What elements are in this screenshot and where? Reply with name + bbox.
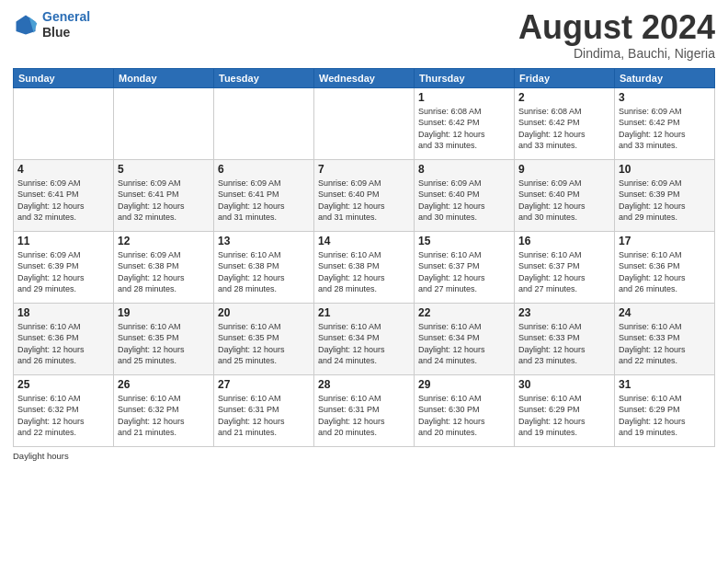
day-info: Sunrise: 6:08 AM Sunset: 6:42 PM Dayligh… [518, 106, 610, 152]
logo-line1: General [42, 9, 90, 24]
day-number: 26 [118, 378, 210, 391]
day-number: 6 [218, 163, 310, 176]
calendar-cell: 19Sunrise: 6:10 AM Sunset: 6:35 PM Dayli… [114, 303, 214, 374]
day-number: 17 [619, 235, 711, 247]
day-number: 24 [619, 306, 711, 319]
day-info: Sunrise: 6:09 AM Sunset: 6:39 PM Dayligh… [619, 178, 711, 224]
day-info: Sunrise: 6:10 AM Sunset: 6:29 PM Dayligh… [619, 393, 711, 439]
calendar-cell: 18Sunrise: 6:10 AM Sunset: 6:36 PM Dayli… [14, 303, 114, 374]
calendar-cell: 11Sunrise: 6:09 AM Sunset: 6:39 PM Dayli… [14, 231, 114, 303]
calendar-cell: 22Sunrise: 6:10 AM Sunset: 6:34 PM Dayli… [415, 303, 515, 374]
day-info: Sunrise: 6:10 AM Sunset: 6:31 PM Dayligh… [318, 393, 410, 439]
calendar-cell: 6Sunrise: 6:09 AM Sunset: 6:41 PM Daylig… [214, 159, 314, 231]
calendar-cell: 20Sunrise: 6:10 AM Sunset: 6:35 PM Dayli… [214, 303, 314, 374]
day-number: 19 [118, 306, 210, 319]
day-info: Sunrise: 6:10 AM Sunset: 6:36 PM Dayligh… [619, 249, 711, 295]
day-info: Sunrise: 6:10 AM Sunset: 6:35 PM Dayligh… [218, 321, 310, 367]
page: General Blue August 2024 Dindima, Bauchi… [0, 0, 728, 563]
calendar-cell: 24Sunrise: 6:10 AM Sunset: 6:33 PM Dayli… [615, 303, 715, 374]
day-info: Sunrise: 6:10 AM Sunset: 6:38 PM Dayligh… [218, 249, 310, 295]
logo-icon [13, 12, 39, 38]
day-info: Sunrise: 6:09 AM Sunset: 6:42 PM Dayligh… [619, 106, 711, 152]
day-number: 4 [17, 163, 109, 176]
calendar-cell: 29Sunrise: 6:10 AM Sunset: 6:30 PM Dayli… [415, 374, 515, 446]
logo-text: General Blue [42, 9, 90, 40]
day-number: 14 [318, 235, 410, 247]
calendar-cell: 15Sunrise: 6:10 AM Sunset: 6:37 PM Dayli… [415, 231, 515, 303]
calendar-cell: 26Sunrise: 6:10 AM Sunset: 6:32 PM Dayli… [114, 374, 214, 446]
day-info: Sunrise: 6:10 AM Sunset: 6:35 PM Dayligh… [118, 321, 210, 367]
day-info: Sunrise: 6:09 AM Sunset: 6:41 PM Dayligh… [218, 178, 310, 224]
day-header-wednesday: Wednesday [314, 68, 415, 87]
calendar-cell: 5Sunrise: 6:09 AM Sunset: 6:41 PM Daylig… [114, 159, 214, 231]
day-header-sunday: Sunday [14, 68, 114, 87]
day-header-saturday: Saturday [615, 68, 715, 87]
day-info: Sunrise: 6:09 AM Sunset: 6:41 PM Dayligh… [17, 178, 109, 224]
calendar-cell: 16Sunrise: 6:10 AM Sunset: 6:37 PM Dayli… [515, 231, 615, 303]
day-number: 29 [418, 378, 510, 391]
day-number: 3 [619, 91, 711, 104]
calendar-cell [314, 87, 415, 159]
daylight-note: Daylight hours [13, 451, 715, 461]
calendar-cell: 1Sunrise: 6:08 AM Sunset: 6:42 PM Daylig… [415, 87, 515, 159]
calendar-cell: 4Sunrise: 6:09 AM Sunset: 6:41 PM Daylig… [14, 159, 114, 231]
calendar-cell: 17Sunrise: 6:10 AM Sunset: 6:36 PM Dayli… [615, 231, 715, 303]
day-number: 20 [218, 306, 310, 319]
day-info: Sunrise: 6:10 AM Sunset: 6:37 PM Dayligh… [518, 249, 610, 295]
calendar-cell: 3Sunrise: 6:09 AM Sunset: 6:42 PM Daylig… [615, 87, 715, 159]
day-info: Sunrise: 6:10 AM Sunset: 6:33 PM Dayligh… [518, 321, 610, 367]
calendar-table: SundayMondayTuesdayWednesdayThursdayFrid… [13, 68, 715, 447]
day-number: 30 [518, 378, 610, 391]
calendar-cell: 14Sunrise: 6:10 AM Sunset: 6:38 PM Dayli… [314, 231, 415, 303]
location: Dindima, Bauchi, Nigeria [518, 46, 715, 61]
day-number: 11 [17, 235, 109, 247]
day-info: Sunrise: 6:09 AM Sunset: 6:40 PM Dayligh… [418, 178, 510, 224]
day-info: Sunrise: 6:10 AM Sunset: 6:32 PM Dayligh… [17, 393, 109, 439]
month-title: August 2024 [518, 9, 715, 46]
day-number: 8 [418, 163, 510, 176]
day-number: 21 [318, 306, 410, 319]
calendar-cell: 27Sunrise: 6:10 AM Sunset: 6:31 PM Dayli… [214, 374, 314, 446]
day-number: 16 [518, 235, 610, 247]
calendar-cell: 13Sunrise: 6:10 AM Sunset: 6:38 PM Dayli… [214, 231, 314, 303]
day-number: 7 [318, 163, 410, 176]
day-number: 25 [17, 378, 109, 391]
day-info: Sunrise: 6:09 AM Sunset: 6:39 PM Dayligh… [17, 249, 109, 295]
day-number: 31 [619, 378, 711, 391]
calendar-cell [214, 87, 314, 159]
day-info: Sunrise: 6:10 AM Sunset: 6:34 PM Dayligh… [318, 321, 410, 367]
day-info: Sunrise: 6:10 AM Sunset: 6:34 PM Dayligh… [418, 321, 510, 367]
day-number: 1 [418, 91, 510, 104]
day-info: Sunrise: 6:10 AM Sunset: 6:30 PM Dayligh… [418, 393, 510, 439]
calendar-cell: 28Sunrise: 6:10 AM Sunset: 6:31 PM Dayli… [314, 374, 415, 446]
calendar-cell: 21Sunrise: 6:10 AM Sunset: 6:34 PM Dayli… [314, 303, 415, 374]
day-info: Sunrise: 6:09 AM Sunset: 6:38 PM Dayligh… [118, 249, 210, 295]
day-number: 13 [218, 235, 310, 247]
day-info: Sunrise: 6:08 AM Sunset: 6:42 PM Dayligh… [418, 106, 510, 152]
calendar-cell: 12Sunrise: 6:09 AM Sunset: 6:38 PM Dayli… [114, 231, 214, 303]
calendar-cell: 8Sunrise: 6:09 AM Sunset: 6:40 PM Daylig… [415, 159, 515, 231]
day-info: Sunrise: 6:09 AM Sunset: 6:40 PM Dayligh… [518, 178, 610, 224]
calendar-cell [114, 87, 214, 159]
day-info: Sunrise: 6:10 AM Sunset: 6:32 PM Dayligh… [118, 393, 210, 439]
calendar-cell: 7Sunrise: 6:09 AM Sunset: 6:40 PM Daylig… [314, 159, 415, 231]
day-number: 18 [17, 306, 109, 319]
day-header-thursday: Thursday [415, 68, 515, 87]
day-header-tuesday: Tuesday [214, 68, 314, 87]
day-header-monday: Monday [114, 68, 214, 87]
day-number: 2 [518, 91, 610, 104]
day-info: Sunrise: 6:10 AM Sunset: 6:38 PM Dayligh… [318, 249, 410, 295]
title-area: August 2024 Dindima, Bauchi, Nigeria [518, 9, 715, 61]
day-info: Sunrise: 6:10 AM Sunset: 6:36 PM Dayligh… [17, 321, 109, 367]
header: General Blue August 2024 Dindima, Bauchi… [13, 9, 715, 61]
day-number: 27 [218, 378, 310, 391]
day-info: Sunrise: 6:10 AM Sunset: 6:31 PM Dayligh… [218, 393, 310, 439]
day-info: Sunrise: 6:09 AM Sunset: 6:41 PM Dayligh… [118, 178, 210, 224]
day-number: 10 [619, 163, 711, 176]
day-number: 12 [118, 235, 210, 247]
day-number: 23 [518, 306, 610, 319]
day-info: Sunrise: 6:10 AM Sunset: 6:37 PM Dayligh… [418, 249, 510, 295]
day-info: Sunrise: 6:10 AM Sunset: 6:29 PM Dayligh… [518, 393, 610, 439]
day-number: 9 [518, 163, 610, 176]
calendar-cell [14, 87, 114, 159]
